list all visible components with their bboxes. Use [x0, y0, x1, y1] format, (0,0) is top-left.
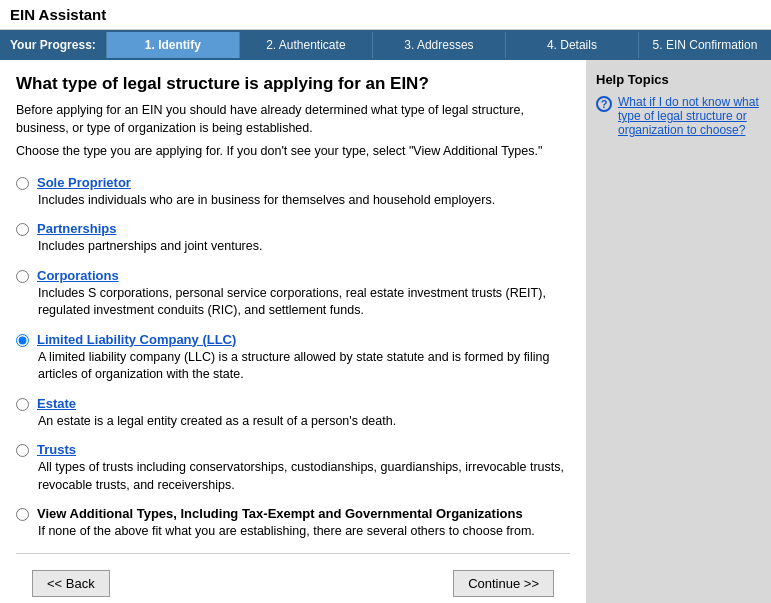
help-icon: ?	[596, 96, 612, 112]
choose-text: Choose the type you are applying for. If…	[16, 143, 570, 161]
desc-view-additional: If none of the above fit what you are es…	[38, 523, 570, 541]
radio-sole-proprietor[interactable]	[16, 177, 29, 190]
progress-label: Your Progress:	[0, 38, 106, 52]
step-authenticate[interactable]: 2. Authenticate	[239, 32, 372, 58]
step-identify[interactable]: 1. Identify	[106, 32, 239, 58]
label-view-additional[interactable]: View Additional Types, Including Tax-Exe…	[37, 506, 523, 521]
help-link[interactable]: What if I do not know what type of legal…	[618, 95, 761, 137]
label-partnerships[interactable]: Partnerships	[37, 221, 116, 236]
label-trusts[interactable]: Trusts	[37, 442, 76, 457]
label-estate[interactable]: Estate	[37, 396, 76, 411]
option-trusts: Trusts All types of trusts including con…	[16, 442, 570, 494]
radio-partnerships[interactable]	[16, 223, 29, 236]
desc-trusts: All types of trusts including conservato…	[38, 459, 570, 494]
app-title: EIN Assistant	[10, 6, 106, 23]
desc-llc: A limited liability company (LLC) is a s…	[38, 349, 570, 384]
option-corporations: Corporations Includes S corporations, pe…	[16, 268, 570, 320]
progress-steps: 1. Identify 2. Authenticate 3. Addresses…	[106, 32, 771, 58]
intro-text: Before applying for an EIN you should ha…	[16, 102, 570, 137]
option-sole-proprietor: Sole Proprietor Includes individuals who…	[16, 175, 570, 210]
footer-buttons: << Back Continue >>	[16, 553, 570, 604]
desc-corporations: Includes S corporations, personal servic…	[38, 285, 570, 320]
label-corporations[interactable]: Corporations	[37, 268, 119, 283]
radio-corporations[interactable]	[16, 270, 29, 283]
label-sole-proprietor[interactable]: Sole Proprietor	[37, 175, 131, 190]
option-estate: Estate An estate is a legal entity creat…	[16, 396, 570, 431]
desc-partnerships: Includes partnerships and joint ventures…	[38, 238, 570, 256]
label-llc[interactable]: Limited Liability Company (LLC)	[37, 332, 236, 347]
help-title: Help Topics	[596, 72, 761, 87]
option-llc: Limited Liability Company (LLC) A limite…	[16, 332, 570, 384]
option-partnerships: Partnerships Includes partnerships and j…	[16, 221, 570, 256]
desc-estate: An estate is a legal entity created as a…	[38, 413, 570, 431]
radio-view-additional[interactable]	[16, 508, 29, 521]
content-area: What type of legal structure is applying…	[0, 60, 586, 603]
back-button[interactable]: << Back	[32, 570, 110, 597]
radio-trusts[interactable]	[16, 444, 29, 457]
desc-sole-proprietor: Includes individuals who are in business…	[38, 192, 570, 210]
radio-llc[interactable]	[16, 334, 29, 347]
continue-button[interactable]: Continue >>	[453, 570, 554, 597]
sidebar: Help Topics ? What if I do not know what…	[586, 60, 771, 603]
main-layout: What type of legal structure is applying…	[0, 60, 771, 603]
help-item: ? What if I do not know what type of leg…	[596, 95, 761, 137]
app-header: EIN Assistant	[0, 0, 771, 30]
option-view-additional: View Additional Types, Including Tax-Exe…	[16, 506, 570, 541]
progress-bar: Your Progress: 1. Identify 2. Authentica…	[0, 30, 771, 60]
step-addresses[interactable]: 3. Addresses	[372, 32, 505, 58]
radio-estate[interactable]	[16, 398, 29, 411]
step-details[interactable]: 4. Details	[505, 32, 638, 58]
page-title: What type of legal structure is applying…	[16, 74, 570, 94]
step-ein-confirmation[interactable]: 5. EIN Confirmation	[638, 32, 771, 58]
